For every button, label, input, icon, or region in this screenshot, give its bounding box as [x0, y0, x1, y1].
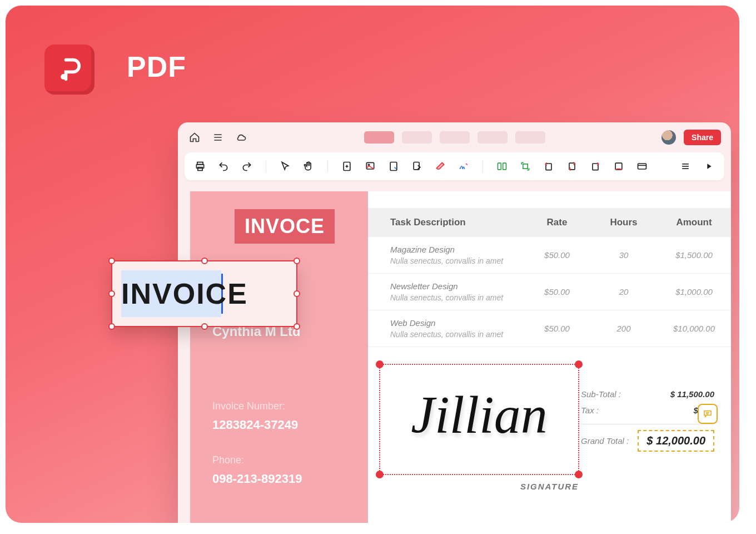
handle-icon[interactable]	[294, 258, 300, 264]
row-title: Web Design	[390, 318, 524, 328]
row-amount: $1,500.00	[657, 250, 731, 260]
invoice-left-panel: INVOCE Cynthia M Ltd Invoice Number: 128…	[190, 191, 368, 523]
add-image-icon[interactable]	[364, 160, 377, 173]
app-hero-canvas: PDF Share	[6, 6, 739, 523]
hand-icon[interactable]	[302, 160, 315, 173]
th-desc: Task Description	[368, 217, 524, 228]
signature-selection-box[interactable]: Jillian	[379, 364, 579, 475]
document-area: INVOCE Cynthia M Ltd Invoice Number: 128…	[190, 191, 731, 523]
eraser-icon[interactable]	[434, 160, 447, 173]
cloud-icon[interactable]	[235, 131, 248, 144]
handle-icon[interactable]	[108, 290, 115, 297]
table-row: Web Design Nulla senectus, convallis in …	[368, 310, 731, 347]
play-icon[interactable]	[702, 160, 715, 173]
rotate-180-icon[interactable]	[565, 160, 579, 173]
app-title: PDF	[127, 50, 186, 83]
undo-icon[interactable]	[217, 160, 230, 173]
extract-icon[interactable]	[410, 160, 424, 173]
row-amount: $10,000.00	[657, 324, 731, 333]
avatar[interactable]	[662, 130, 676, 145]
svg-rect-14	[498, 163, 501, 170]
edit-page-icon[interactable]	[387, 160, 400, 173]
card-icon[interactable]	[635, 160, 649, 173]
tab-4[interactable]	[478, 131, 508, 144]
print-icon[interactable]	[193, 160, 207, 173]
table-row: Newsletter Design Nulla senectus, conval…	[368, 274, 731, 310]
row-rate: $50.00	[524, 250, 590, 260]
titlebar-tabs	[364, 131, 545, 144]
table-row: Magazine Design Nulla senectus, convalli…	[368, 237, 731, 274]
toolbar-separator	[483, 160, 483, 172]
svg-rect-21	[638, 164, 646, 169]
totals-panel: Sub-Total : $ 11,500.00 Tax : $ 500 Gran…	[581, 386, 714, 452]
th-amount: Amount	[657, 217, 731, 228]
row-sub: Nulla senectus, convallis in amet	[390, 330, 524, 339]
handle-icon[interactable]	[108, 323, 115, 330]
svg-rect-17	[546, 164, 551, 170]
crop-icon[interactable]	[519, 160, 532, 173]
share-button[interactable]: Share	[684, 130, 721, 145]
handle-icon[interactable]	[376, 471, 384, 478]
phone-label: Phone:	[212, 454, 346, 466]
tab-1[interactable]	[364, 131, 394, 144]
tax-label: Tax :	[581, 406, 599, 415]
row-rate: $50.00	[524, 287, 590, 296]
sign-icon[interactable]	[457, 160, 470, 173]
app-logo	[44, 44, 94, 95]
select-icon[interactable]	[278, 160, 292, 173]
phone-value: 098-213-892319	[212, 472, 346, 486]
invoice-number: 1283824-37249	[212, 418, 346, 432]
toolbar-separator	[266, 160, 266, 172]
more-icon[interactable]	[679, 160, 692, 173]
invoice-table: Task Description Rate Hours Amount Magaz…	[368, 208, 731, 347]
row-amount: $1,000.00	[657, 287, 731, 296]
handle-icon[interactable]	[201, 258, 208, 264]
comment-icon[interactable]	[698, 404, 718, 424]
table-header: Task Description Rate Hours Amount	[368, 208, 731, 237]
svg-rect-19	[593, 164, 598, 170]
handle-icon[interactable]	[294, 323, 300, 330]
divider	[581, 424, 714, 424]
handle-icon[interactable]	[376, 360, 384, 368]
row-hours: 20	[590, 287, 657, 296]
rotate-left-icon[interactable]	[542, 160, 555, 173]
home-icon[interactable]	[188, 131, 201, 144]
text-edit-box[interactable]: INVOICE	[111, 260, 297, 327]
svg-point-0	[61, 74, 66, 80]
invoice-heading-block[interactable]: INVOCE	[235, 209, 335, 244]
tab-2[interactable]	[402, 131, 432, 144]
row-sub: Nulla senectus, convallis in amet	[390, 293, 524, 302]
handle-icon[interactable]	[575, 360, 583, 368]
handle-icon[interactable]	[294, 290, 300, 297]
svg-rect-15	[503, 163, 506, 170]
row-sub: Nulla senectus, convallis in amet	[390, 256, 524, 265]
grand-label: Grand Total :	[581, 436, 629, 446]
titlebar: Share	[178, 122, 731, 152]
handle-icon[interactable]	[201, 323, 208, 330]
flip-icon[interactable]	[612, 160, 625, 173]
row-title: Magazine Design	[390, 245, 524, 254]
th-hours: Hours	[590, 217, 657, 228]
tab-5[interactable]	[515, 131, 545, 144]
add-page-icon[interactable]	[340, 160, 354, 173]
signature-text: Jillian	[380, 365, 578, 465]
th-rate: Rate	[524, 217, 590, 228]
invoice-number-label: Invoice Number:	[212, 400, 346, 412]
editing-text: INVOICE	[121, 277, 248, 310]
signature-label: SIGNATURE	[379, 482, 720, 491]
redo-icon[interactable]	[240, 160, 253, 173]
toolbar	[185, 152, 724, 180]
row-hours: 200	[590, 324, 657, 333]
rotate-right-icon[interactable]	[589, 160, 602, 173]
handle-icon[interactable]	[575, 471, 583, 478]
grand-total-value[interactable]: $ 12,000.00	[638, 430, 714, 452]
invoice-heading-text: INVOCE	[245, 215, 325, 238]
menu-icon[interactable]	[211, 131, 225, 144]
tab-3[interactable]	[440, 131, 470, 144]
handle-icon[interactable]	[108, 258, 115, 264]
row-hours: 30	[590, 250, 657, 260]
subtotal-value: $ 11,500.00	[670, 389, 714, 399]
compare-icon[interactable]	[495, 160, 509, 173]
svg-rect-16	[523, 164, 528, 169]
row-rate: $50.00	[524, 324, 590, 333]
